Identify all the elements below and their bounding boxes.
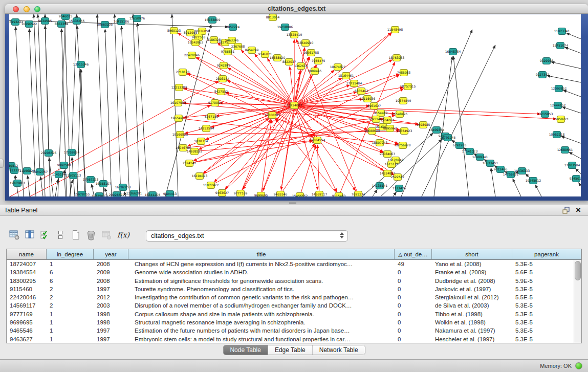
table-cell[interactable]: 1997 (94, 285, 128, 293)
graph-node[interactable]: 19654935 (171, 115, 187, 122)
graph-edge[interactable] (275, 119, 339, 196)
table-cell[interactable]: Yano et al. (2008) (432, 260, 512, 268)
graph-node[interactable]: 12444157 (550, 102, 566, 109)
graph-node[interactable]: 16543862 (188, 39, 204, 46)
graph-node[interactable]: 12116936 (360, 96, 376, 102)
table-cell[interactable]: de Silva et al. (2003) (432, 301, 512, 310)
graph-node[interactable]: 18164461 (338, 73, 354, 79)
graph-node[interactable]: 19166825 (172, 132, 188, 138)
graph-node[interactable]: 1733426 (393, 185, 406, 192)
graph-node[interactable]: 18807243 (372, 140, 388, 146)
graph-edge[interactable] (184, 88, 294, 105)
table-cell[interactable]: 0 (395, 293, 432, 301)
column-header-out-degree[interactable]: △out_de… (395, 249, 432, 260)
table-cell[interactable]: Estimation of the future numbers of pati… (128, 326, 395, 335)
table-cell[interactable]: 0 (395, 301, 432, 310)
graph-edge[interactable] (77, 69, 81, 196)
tab-edge-table[interactable]: Edge Table (268, 345, 313, 355)
graph-edge[interactable] (579, 183, 581, 186)
table-cell[interactable]: 2 (47, 293, 94, 301)
graph-edge[interactable] (562, 107, 581, 113)
graph-node[interactable]: 1145194 (52, 171, 66, 178)
graph-edge[interactable] (200, 75, 400, 176)
float-panel-icon[interactable] (561, 206, 571, 214)
table-cell[interactable]: 5.3E-5 (512, 318, 574, 326)
table-cell[interactable]: 1 (47, 260, 94, 268)
graph-node[interactable]: 16958107 (96, 181, 112, 187)
graph-node[interactable]: 9227342 (536, 72, 550, 78)
graph-node[interactable]: 14136141 (372, 183, 388, 189)
graph-node[interactable]: 2803144 (216, 76, 230, 82)
table-cell[interactable]: 5.6E-5 (512, 268, 574, 276)
window-titlebar[interactable]: citations_edges.txt (5, 4, 588, 14)
graph-edge[interactable] (225, 105, 294, 189)
table-cell[interactable]: 2012 (94, 293, 128, 301)
table-row[interactable]: 1938455462009Genome-wide association stu… (7, 268, 574, 276)
table-cell[interactable]: 1 (47, 335, 94, 343)
graph-node[interactable]: 14569117 (312, 191, 328, 197)
graph-node[interactable]: 12213383 (171, 84, 187, 91)
graph-edge[interactable] (228, 68, 294, 105)
table-cell[interactable]: Investigating the contribution of common… (128, 293, 395, 301)
table-cell[interactable]: 9465546 (7, 326, 47, 335)
table-row[interactable]: 946554611997Estimation of the future num… (7, 326, 574, 335)
graph-node[interactable]: 16033809 (205, 17, 221, 24)
graph-edge[interactable] (401, 30, 472, 196)
graph-node[interactable]: 7524542 (183, 160, 197, 167)
graph-edge[interactable] (280, 144, 315, 194)
graph-node[interactable]: 9329966 (540, 58, 554, 64)
graph-node[interactable]: 18640910 (298, 40, 314, 47)
table-cell[interactable]: Wolkin et al. (1998) (432, 318, 512, 326)
table-cell[interactable]: Disruption of a novel member of a sodium… (128, 301, 395, 310)
column-header-pagerank[interactable]: pagerank (512, 249, 581, 260)
table-cell[interactable]: 5.5E-5 (512, 293, 574, 301)
graph-node[interactable]: 17703504 (564, 162, 580, 169)
column-header-year[interactable]: year (94, 249, 128, 260)
graph-edge[interactable] (317, 145, 319, 194)
graph-node[interactable]: 14353594 (199, 125, 214, 132)
table-cell[interactable]: 0 (395, 268, 432, 276)
graph-node[interactable]: 9465546 (274, 191, 288, 197)
graph-node[interactable]: 10688609 (364, 128, 380, 135)
column-header-name[interactable]: name (7, 249, 47, 260)
table-row[interactable]: 969969511998Structural magnetic resonanc… (7, 318, 574, 326)
graph-node[interactable]: 9634505 (38, 18, 52, 25)
graph-node[interactable]: 8095963 (383, 125, 397, 132)
graph-node[interactable]: 5878314 (194, 138, 208, 145)
graph-node[interactable]: 9245012 (570, 176, 581, 182)
graph-node[interactable]: 10196522 (21, 21, 37, 28)
graph-node[interactable]: 10952218 (549, 132, 565, 138)
graph-node[interactable]: 15456662 (292, 193, 308, 197)
table-cell[interactable]: Corpus callosum shape and size in male p… (128, 310, 395, 318)
graph-edge[interactable] (561, 136, 581, 143)
graph-edge[interactable] (115, 14, 121, 196)
table-cell[interactable]: 18724007 (7, 260, 47, 268)
graph-node[interactable]: 9699695 (254, 192, 268, 197)
graph-node[interactable]: 10325013 (92, 193, 107, 197)
table-cell[interactable]: 5.3E-5 (512, 326, 574, 335)
graph-node[interactable]: 16648784 (445, 49, 461, 55)
graph-node[interactable]: 2367608 (231, 43, 245, 50)
graph-node[interactable]: 8454749 (245, 47, 259, 54)
graph-edge[interactable] (45, 14, 49, 153)
table-cell[interactable]: Changes of HCN gene expression and I(f) … (128, 260, 395, 268)
table-scrollbar-thumb[interactable] (575, 261, 581, 280)
show-columns-icon[interactable] (23, 228, 37, 242)
graph-node[interactable]: 8960123 (167, 28, 181, 34)
memory-ok-indicator[interactable] (575, 362, 582, 369)
graph-node[interactable]: 7691234 (352, 191, 365, 197)
graph-edge[interactable] (575, 168, 581, 174)
graph-edge[interactable] (40, 177, 43, 196)
graph-edge[interactable] (196, 57, 294, 105)
table-cell[interactable]: 2 (47, 301, 94, 310)
graph-node[interactable]: 19245012 (526, 178, 541, 184)
graph-node[interactable]: 16961758 (303, 50, 319, 56)
table-cell[interactable]: 9699695 (7, 318, 47, 326)
table-cell[interactable]: 2009 (94, 268, 128, 276)
graph-edge[interactable] (105, 29, 112, 196)
table-cell[interactable]: Tourette syndrome. Phenomenology and cla… (128, 285, 395, 293)
graph-edge[interactable] (300, 145, 316, 196)
table-cell[interactable]: 5.3E-5 (512, 301, 574, 310)
table-row[interactable]: 977716911998Corpus callosum shape and si… (7, 310, 574, 318)
graph-node[interactable]: 9756851 (221, 49, 235, 55)
